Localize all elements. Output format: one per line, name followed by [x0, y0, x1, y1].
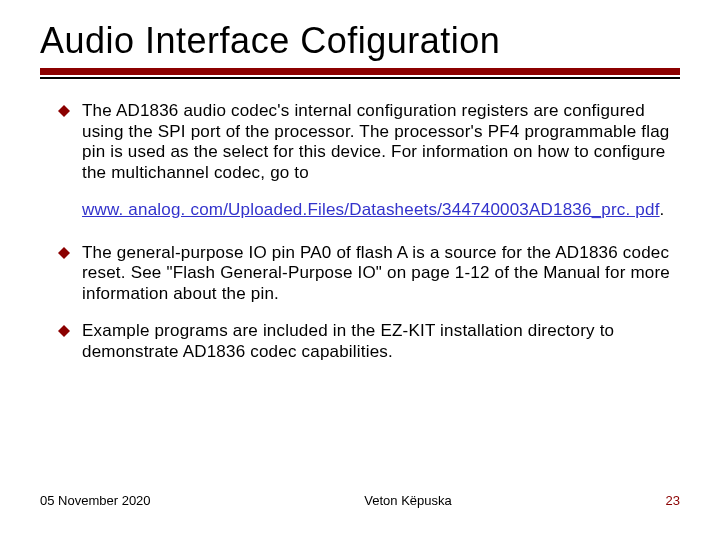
slide-title: Audio Interface Cofiguration — [40, 20, 680, 62]
bullet-text: The general-purpose IO pin PA0 of flash … — [82, 243, 676, 305]
slide-footer: 05 November 2020 Veton Këpuska 23 — [40, 493, 680, 508]
title-rule — [40, 68, 680, 79]
bullet-text: Example programs are included in the EZ-… — [82, 321, 676, 362]
bullet-item: The general-purpose IO pin PA0 of flash … — [58, 243, 676, 305]
datasheet-link[interactable]: www. analog. com/Uploaded.Files/Datashee… — [82, 200, 660, 219]
diamond-bullet-icon — [58, 247, 70, 259]
bullet-text: The AD1836 audio codec's internal config… — [82, 101, 676, 184]
footer-author: Veton Këpuska — [364, 493, 451, 508]
diamond-bullet-icon — [58, 325, 70, 337]
slide: Audio Interface Cofiguration The AD1836 … — [0, 0, 720, 540]
content-area: The AD1836 audio codec's internal config… — [40, 101, 680, 362]
rule-thick — [40, 68, 680, 75]
bullet-item: The AD1836 audio codec's internal config… — [58, 101, 676, 184]
footer-page-number: 23 — [666, 493, 680, 508]
footer-date: 05 November 2020 — [40, 493, 151, 508]
link-period: . — [660, 200, 665, 219]
diamond-bullet-icon — [58, 105, 70, 117]
link-row: www. analog. com/Uploaded.Files/Datashee… — [82, 200, 676, 221]
bullet-item: Example programs are included in the EZ-… — [58, 321, 676, 362]
rule-thin — [40, 77, 680, 79]
